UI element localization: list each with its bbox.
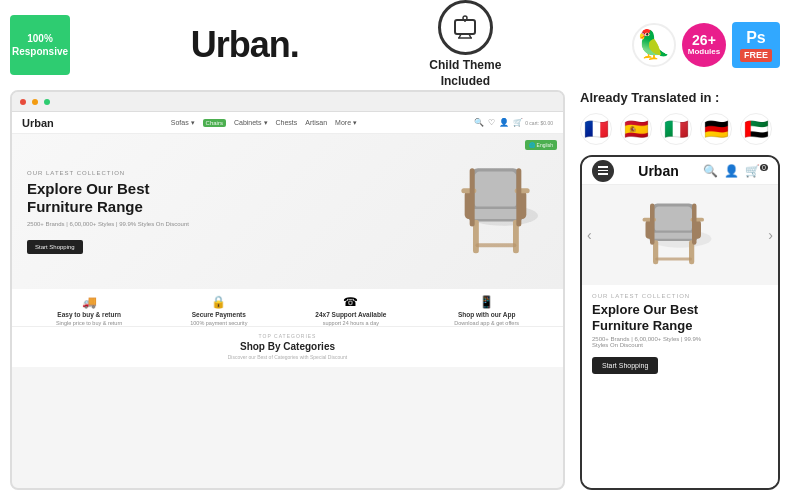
mobile-search-icon[interactable]: 🔍 <box>703 164 718 178</box>
svg-rect-33 <box>655 258 692 261</box>
browser-bar <box>12 92 563 112</box>
browser-dot-green <box>44 99 50 105</box>
modules-count-badge: 26+ Modules <box>682 23 726 67</box>
right-panel: Already Translated in : 🇫🇷 🇪🇸 🇮🇹 🇩🇪 🇦🇪 U… <box>580 90 780 490</box>
categories-section: TOP CATEGORIES Shop By Categories Discov… <box>12 327 563 367</box>
browser-dot-red <box>20 99 26 105</box>
wishlist-icon[interactable]: ♡ <box>488 118 495 127</box>
mobile-nav: Urban 🔍 👤 🛒0 <box>582 157 778 185</box>
categories-label: TOP CATEGORIES <box>22 333 553 339</box>
feature-secure-payments: 🔒 Secure Payments 100% payment security <box>190 295 247 320</box>
translated-title: Already Translated in : <box>580 90 780 105</box>
hero-collection: OUR LATEST COLLECTION <box>27 170 548 176</box>
mobile-content: OUR LATEST COLLECTION Explore Our BestFu… <box>582 285 778 488</box>
hero-heading: Explore Our BestFurniture Range <box>27 180 548 216</box>
svg-point-4 <box>463 16 467 20</box>
child-theme-text: Child Theme Included <box>429 58 501 89</box>
feature-app: 📱 Shop with our App Download app & get o… <box>454 295 519 320</box>
nav-link-sofas[interactable]: Sofas ▾ <box>171 119 195 127</box>
cart-icon[interactable]: 🛒 0 cart: $0.00 <box>513 118 553 127</box>
user-icon[interactable]: 👤 <box>499 118 509 127</box>
badge-circle-icon <box>438 0 493 55</box>
flags-row: 🇫🇷 🇪🇸 🇮🇹 🇩🇪 🇦🇪 <box>580 113 780 145</box>
mobile-collection-label: OUR LATEST COLLECTION <box>592 293 768 299</box>
mobile-sub: 2500+ Brands | 6,00,000+ Styles | 99.9%S… <box>592 336 768 348</box>
delivery-icon: 🚚 <box>82 295 97 309</box>
flag-spanish: 🇪🇸 <box>620 113 652 145</box>
flag-arabic: 🇦🇪 <box>740 113 772 145</box>
mobile-mockup: Urban 🔍 👤 🛒0 ‹ <box>580 155 780 490</box>
hero-text: OUR LATEST COLLECTION Explore Our BestFu… <box>27 170 548 254</box>
desktop-nav: Urban Sofas ▾ Chairs Cabinets ▾ Chests A… <box>12 112 563 134</box>
prev-arrow-icon[interactable]: ‹ <box>587 227 592 243</box>
mobile-cta-button[interactable]: Start Shopping <box>592 357 658 374</box>
nav-link-more[interactable]: More ▾ <box>335 119 357 127</box>
mobile-chair-illustration <box>635 190 725 280</box>
nav-link-chairs[interactable]: Chairs <box>203 119 226 127</box>
child-theme-badge: Child Theme Included <box>429 0 501 89</box>
flag-french: 🇫🇷 <box>580 113 612 145</box>
main-content: Urban Sofas ▾ Chairs Cabinets ▾ Chests A… <box>0 90 800 500</box>
svg-rect-0 <box>455 20 475 34</box>
toucan-icon: 🦜 <box>632 23 676 67</box>
feature-easy-return: 🚚 Easy to buy & return Single price to b… <box>56 295 122 320</box>
search-icon[interactable]: 🔍 <box>474 118 484 127</box>
responsive-badge: 100% Responsive <box>10 15 70 75</box>
hero-cta-button[interactable]: Start Shopping <box>27 240 83 254</box>
language-button[interactable]: 🌐 English <box>525 140 557 150</box>
svg-rect-22 <box>655 207 693 233</box>
hamburger-line-1 <box>598 166 608 168</box>
nav-link-cabinets[interactable]: Cabinets ▾ <box>234 119 268 127</box>
mobile-nav-icons: 🔍 👤 🛒0 <box>703 164 768 178</box>
modules-section: 🦜 26+ Modules Ps FREE <box>632 22 780 68</box>
features-row: 🚚 Easy to buy & return Single price to b… <box>12 289 563 327</box>
mobile-cart-icon[interactable]: 🛒0 <box>745 164 768 178</box>
categories-title: Shop By Categories <box>22 341 553 352</box>
svg-rect-31 <box>650 204 655 245</box>
mobile-hero: ‹ › <box>582 185 778 285</box>
nav-links: Sofas ▾ Chairs Cabinets ▾ Chests Artisan… <box>171 119 357 127</box>
hamburger-line-3 <box>598 173 608 175</box>
nav-icons: 🔍 ♡ 👤 🛒 0 cart: $0.00 <box>474 118 553 127</box>
nav-logo: Urban <box>22 117 54 129</box>
nav-link-artisan[interactable]: Artisan <box>305 119 327 127</box>
lock-icon: 🔒 <box>211 295 226 309</box>
flag-german: 🇩🇪 <box>700 113 732 145</box>
mobile-brand: Urban <box>638 163 678 179</box>
mobile-icon: 📱 <box>479 295 494 309</box>
ps-badge: Ps FREE <box>732 22 780 68</box>
cart-count: 0 <box>760 164 768 171</box>
next-arrow-icon[interactable]: › <box>768 227 773 243</box>
browser-dot-yellow <box>32 99 38 105</box>
hero-sub: 2500+ Brands | 6,00,000+ Styles | 99.9% … <box>27 221 548 227</box>
svg-rect-32 <box>692 204 697 245</box>
feature-support: ☎ 24x7 Support Available support 24 hour… <box>315 295 386 320</box>
desktop-mockup: Urban Sofas ▾ Chairs Cabinets ▾ Chests A… <box>10 90 565 490</box>
hamburger-icon[interactable] <box>592 160 614 182</box>
translated-section: Already Translated in : 🇫🇷 🇪🇸 🇮🇹 🇩🇪 🇦🇪 <box>580 90 780 145</box>
desktop-hero: OUR LATEST COLLECTION Explore Our BestFu… <box>12 134 563 289</box>
brand-title: Urban. <box>191 24 299 66</box>
mobile-heading: Explore Our BestFurniture Range <box>592 302 768 333</box>
top-header: 100% Responsive Urban. Child Theme Inclu… <box>0 0 800 90</box>
phone-icon: ☎ <box>343 295 358 309</box>
hamburger-line-2 <box>598 170 608 172</box>
svg-rect-24 <box>651 233 696 239</box>
categories-subtitle: Discover our Best of Categories with Spe… <box>22 354 553 360</box>
mobile-user-icon[interactable]: 👤 <box>724 164 739 178</box>
nav-link-chests[interactable]: Chests <box>276 119 298 127</box>
flag-italian: 🇮🇹 <box>660 113 692 145</box>
